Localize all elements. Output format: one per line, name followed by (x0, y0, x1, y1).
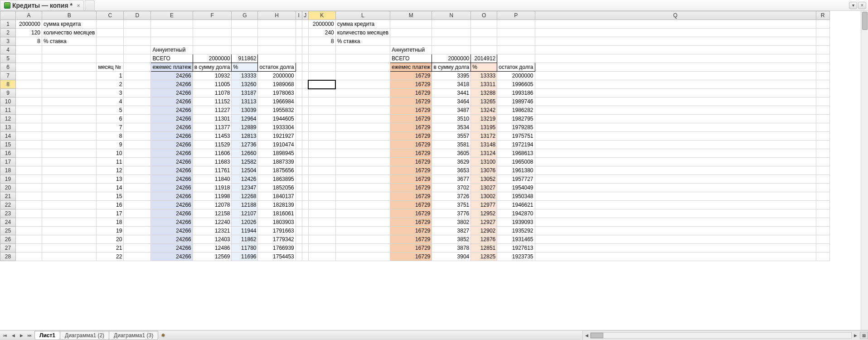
cell-F24[interactable]: 12240 (193, 218, 232, 227)
cell-N28[interactable]: 3904 (432, 253, 471, 261)
cell-K6[interactable] (308, 63, 335, 72)
cell-C15[interactable]: 9 (97, 141, 124, 149)
cell-R20[interactable] (816, 184, 829, 192)
cell-C5[interactable] (97, 54, 124, 63)
cell-Q14[interactable] (535, 132, 816, 141)
cell-H4[interactable] (258, 46, 296, 54)
col-header-K[interactable]: K (308, 11, 335, 20)
cell-D2[interactable] (124, 29, 151, 37)
cell-N13[interactable]: 3534 (432, 123, 471, 132)
cell-I2[interactable] (296, 29, 302, 37)
cell-J8[interactable] (302, 80, 308, 89)
col-header-P[interactable]: P (497, 11, 535, 20)
cell-K2[interactable]: 240 (308, 29, 335, 37)
cell-A13[interactable] (16, 123, 42, 132)
cell-H8[interactable]: 1989068 (258, 80, 296, 89)
cell-G17[interactable]: 12582 (232, 158, 258, 166)
cell-H23[interactable]: 1816061 (258, 209, 296, 218)
row-header-26[interactable]: 26 (0, 235, 16, 244)
sheet-nav-prev[interactable]: ◀ (9, 331, 17, 340)
cell-H20[interactable]: 1852056 (258, 184, 296, 192)
close-icon[interactable]: × (77, 3, 80, 8)
cell-F14[interactable]: 11453 (193, 132, 232, 141)
cell-H24[interactable]: 1803903 (258, 218, 296, 227)
cell-E8[interactable]: 24266 (151, 80, 193, 89)
cell-O3[interactable] (471, 37, 497, 46)
cell-A12[interactable] (16, 115, 42, 123)
cell-P3[interactable] (497, 37, 535, 46)
cell-F21[interactable]: 11998 (193, 192, 232, 201)
cell-D24[interactable] (124, 218, 151, 227)
cell-C18[interactable]: 12 (97, 166, 124, 175)
cell-B11[interactable] (42, 106, 97, 115)
cell-L3[interactable]: % ставка (335, 37, 390, 46)
cell-E20[interactable]: 24266 (151, 184, 193, 192)
cell-P1[interactable] (497, 20, 535, 29)
cell-B7[interactable] (42, 72, 97, 80)
cell-P25[interactable]: 1935292 (497, 227, 535, 235)
cell-I14[interactable] (296, 132, 302, 141)
col-header-N[interactable]: N (432, 11, 471, 20)
cell-O9[interactable]: 13288 (471, 89, 497, 97)
cell-R6[interactable] (816, 63, 829, 72)
row-header-8[interactable]: 8 (0, 80, 16, 89)
cell-L15[interactable] (335, 141, 390, 149)
cell-C14[interactable]: 8 (97, 132, 124, 141)
cell-L9[interactable] (335, 89, 390, 97)
cell-R27[interactable] (816, 244, 829, 253)
cell-G8[interactable]: 13260 (232, 80, 258, 89)
vertical-scrollbar[interactable] (861, 11, 868, 330)
col-header-B[interactable]: B (42, 11, 97, 20)
cell-K16[interactable] (308, 149, 335, 158)
cell-J2[interactable] (302, 29, 308, 37)
cell-I15[interactable] (296, 141, 302, 149)
sheet-tab-0[interactable]: Лист1 (34, 331, 60, 340)
cell-K20[interactable] (308, 184, 335, 192)
cell-I20[interactable] (296, 184, 302, 192)
cell-M20[interactable]: 16729 (390, 184, 432, 192)
cell-F25[interactable]: 12321 (193, 227, 232, 235)
cell-B21[interactable] (42, 192, 97, 201)
cell-L4[interactable] (335, 46, 390, 54)
cell-Q25[interactable] (535, 227, 816, 235)
cell-L20[interactable] (335, 184, 390, 192)
cell-Q13[interactable] (535, 123, 816, 132)
cell-Q11[interactable] (535, 106, 816, 115)
cell-J21[interactable] (302, 192, 308, 201)
cell-J20[interactable] (302, 184, 308, 192)
cell-N14[interactable]: 3557 (432, 132, 471, 141)
cell-R3[interactable] (816, 37, 829, 46)
cell-Q22[interactable] (535, 201, 816, 209)
cell-G12[interactable]: 12964 (232, 115, 258, 123)
cell-J19[interactable] (302, 175, 308, 184)
select-all-corner[interactable] (0, 11, 16, 20)
cell-R21[interactable] (816, 192, 829, 201)
cell-H13[interactable]: 1933304 (258, 123, 296, 132)
cell-D20[interactable] (124, 184, 151, 192)
row-header-23[interactable]: 23 (0, 209, 16, 218)
cell-O10[interactable]: 13265 (471, 97, 497, 106)
cell-M26[interactable]: 16729 (390, 235, 432, 244)
cell-L8[interactable] (335, 80, 390, 89)
cell-N9[interactable]: 3441 (432, 89, 471, 97)
cell-O27[interactable]: 12851 (471, 244, 497, 253)
cell-K11[interactable] (308, 106, 335, 115)
cell-F9[interactable]: 11078 (193, 89, 232, 97)
row-header-10[interactable]: 10 (0, 97, 16, 106)
cell-M2[interactable] (390, 29, 432, 37)
cell-B23[interactable] (42, 209, 97, 218)
cell-H2[interactable] (258, 29, 296, 37)
cell-N23[interactable]: 3776 (432, 209, 471, 218)
cell-B22[interactable] (42, 201, 97, 209)
cell-O20[interactable]: 13027 (471, 184, 497, 192)
cell-M5[interactable]: ВСЕГО (390, 54, 432, 63)
cell-O18[interactable]: 13076 (471, 166, 497, 175)
cell-F16[interactable]: 11606 (193, 149, 232, 158)
cell-H17[interactable]: 1887339 (258, 158, 296, 166)
cell-P27[interactable]: 1927613 (497, 244, 535, 253)
cell-F13[interactable]: 11377 (193, 123, 232, 132)
cell-F20[interactable]: 11918 (193, 184, 232, 192)
cell-G28[interactable]: 11696 (232, 253, 258, 261)
cell-A4[interactable] (16, 46, 42, 54)
cell-A7[interactable] (16, 72, 42, 80)
